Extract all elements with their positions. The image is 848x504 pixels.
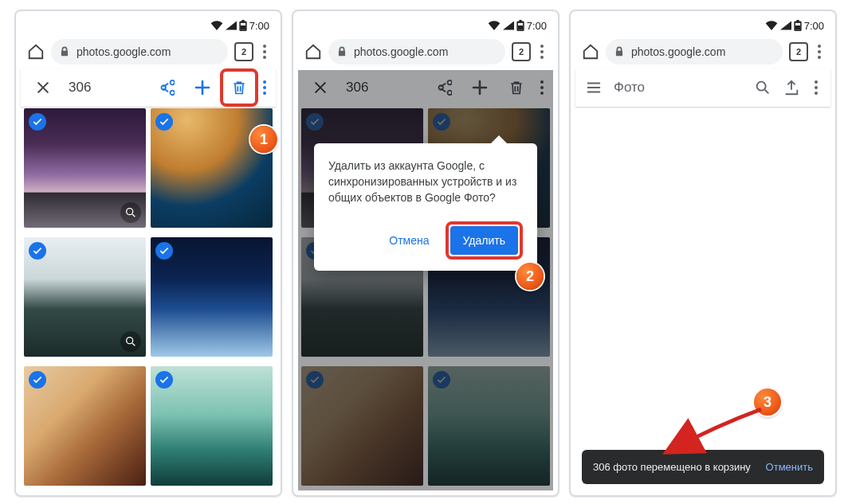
- plus-icon: [193, 78, 212, 97]
- url-text: photos.google.com: [354, 45, 448, 58]
- photo-thumb[interactable]: [151, 366, 273, 486]
- browser-menu-icon[interactable]: [260, 41, 269, 62]
- snackbar-undo-button[interactable]: Отменить: [766, 461, 813, 473]
- search-icon[interactable]: [754, 79, 771, 96]
- svg-rect-1: [241, 25, 245, 29]
- browser-address-bar: photos.google.com 2: [575, 35, 830, 68]
- phone-screen-3: 7:00 photos.google.com 2 Фото 306 фото п…: [569, 10, 837, 497]
- url-text: photos.google.com: [77, 45, 171, 58]
- close-icon: [35, 80, 51, 96]
- signal-icon: [780, 21, 791, 30]
- browser-address-bar: photos.google.com 2: [21, 35, 276, 68]
- overflow-menu-icon[interactable]: [811, 77, 821, 98]
- overflow-menu-icon[interactable]: [260, 77, 269, 98]
- signal-icon: [226, 21, 237, 30]
- upload-icon[interactable]: [783, 79, 800, 96]
- phone-screen-1: 7:00 photos.google.com 2 306: [14, 10, 282, 497]
- signal-icon: [503, 21, 514, 30]
- selection-check-icon: [29, 371, 46, 389]
- status-time: 7:00: [804, 20, 824, 32]
- wifi-icon: [210, 21, 223, 30]
- highlight-ring: [220, 68, 258, 107]
- status-time: 7:00: [527, 20, 547, 32]
- svg-point-2: [127, 209, 133, 215]
- svg-point-3: [127, 338, 133, 344]
- step-badge-1: 1: [250, 126, 277, 153]
- lock-icon: [614, 46, 625, 57]
- svg-rect-5: [518, 25, 523, 29]
- phone-screen-2: 7:00 photos.google.com 2 306 Удалить из …: [292, 10, 559, 497]
- battery-icon: [516, 20, 524, 31]
- share-button[interactable]: [150, 72, 182, 104]
- selection-check-icon: [155, 113, 173, 131]
- svg-point-8: [757, 82, 766, 91]
- cancel-button[interactable]: Отмена: [381, 228, 437, 253]
- tabs-button[interactable]: 2: [512, 42, 531, 61]
- delete-button[interactable]: [223, 72, 255, 104]
- photo-grid: [24, 108, 273, 490]
- status-bar: 7:00: [575, 16, 830, 35]
- lock-icon: [59, 46, 70, 57]
- wifi-icon: [488, 21, 501, 30]
- dialog-message: Удалить из аккаунта Google, с синхронизи…: [328, 158, 523, 205]
- photo-thumb[interactable]: [24, 108, 146, 228]
- photo-thumb[interactable]: [151, 108, 273, 228]
- zoom-icon[interactable]: [120, 202, 141, 223]
- close-selection-button[interactable]: [27, 72, 59, 104]
- battery-icon: [794, 20, 802, 31]
- selection-check-icon: [29, 113, 46, 131]
- home-icon[interactable]: [582, 43, 599, 61]
- hamburger-icon[interactable]: [585, 79, 603, 96]
- wifi-icon: [765, 21, 778, 30]
- url-pill[interactable]: photos.google.com: [328, 39, 505, 64]
- snackbar-message: 306 фото перемещено в корзину: [593, 461, 751, 473]
- app-title: Фото: [614, 80, 645, 96]
- url-pill[interactable]: photos.google.com: [51, 39, 228, 64]
- photo-thumb[interactable]: [24, 237, 146, 357]
- step-badge-3: 3: [754, 389, 781, 416]
- photo-thumb[interactable]: [151, 237, 273, 357]
- step-badge-2: 2: [516, 263, 544, 290]
- url-pill[interactable]: photos.google.com: [606, 39, 783, 64]
- status-bar: 7:00: [298, 16, 553, 35]
- selection-check-icon: [29, 242, 46, 260]
- tabs-button[interactable]: 2: [789, 42, 808, 61]
- status-time: 7:00: [249, 20, 269, 32]
- modal-scrim: [298, 70, 553, 490]
- home-icon[interactable]: [27, 43, 45, 61]
- tabs-button[interactable]: 2: [234, 42, 253, 61]
- url-text: photos.google.com: [631, 45, 725, 58]
- browser-menu-icon[interactable]: [537, 41, 547, 62]
- selection-toolbar: 306: [21, 68, 276, 107]
- status-bar: 7:00: [21, 16, 276, 35]
- lock-icon: [336, 46, 347, 57]
- browser-menu-icon[interactable]: [815, 41, 824, 62]
- svg-rect-7: [795, 25, 800, 29]
- app-bar: Фото: [575, 68, 830, 107]
- highlight-ring: Удалить: [446, 221, 523, 260]
- battery-icon: [239, 20, 247, 31]
- zoom-icon[interactable]: [120, 331, 141, 352]
- snackbar: 306 фото перемещено в корзину Отменить: [582, 450, 824, 484]
- selection-check-icon: [155, 371, 173, 389]
- share-icon: [157, 79, 175, 96]
- delete-confirmation-dialog: Удалить из аккаунта Google, с синхронизи…: [314, 143, 537, 271]
- selection-count: 306: [69, 80, 91, 96]
- confirm-delete-button[interactable]: Удалить: [450, 226, 518, 255]
- selection-check-icon: [155, 242, 173, 260]
- home-icon[interactable]: [304, 43, 322, 61]
- photo-thumb[interactable]: [24, 366, 146, 486]
- browser-address-bar: photos.google.com 2: [298, 35, 553, 68]
- add-button[interactable]: [186, 72, 218, 104]
